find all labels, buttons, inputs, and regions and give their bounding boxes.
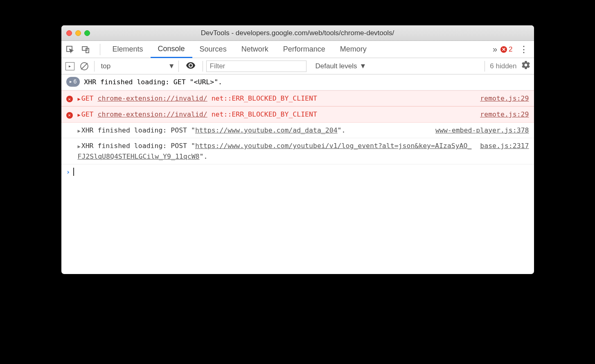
prompt-icon: ›	[66, 168, 70, 176]
console-toolbar: ▸ top ▼ Default levels ▼ 6 hidden	[61, 58, 534, 74]
settings-menu-icon[interactable]: ⋮	[518, 44, 530, 55]
log-prefix: XHR finished loading: POST "	[81, 142, 195, 150]
console-prompt[interactable]: ›	[61, 164, 534, 179]
window-title: DevTools - developers.google.com/web/too…	[61, 29, 534, 37]
dropdown-icon: ▼	[360, 62, 367, 70]
request-url[interactable]: chrome-extension://invalid/	[97, 110, 207, 118]
source-link[interactable]: remote.js:29	[475, 93, 529, 104]
panel-tabs: Elements Console Sources Network Perform…	[105, 41, 374, 58]
source-link[interactable]: base.js:2317	[475, 141, 529, 151]
divider	[485, 61, 485, 72]
log-text: XHR finished loading: GET "<URL>".	[84, 77, 529, 88]
expand-icon[interactable]: ▶	[78, 112, 81, 118]
inspect-element-icon[interactable]	[65, 45, 74, 54]
source-link[interactable]: www-embed-player.js:378	[430, 125, 529, 136]
error-icon: ✕	[66, 96, 73, 102]
close-window-button[interactable]	[66, 30, 72, 36]
log-prefix: XHR finished loading: POST "	[81, 126, 195, 134]
message-count-badge: 6	[66, 77, 80, 87]
sidebar-toggle-icon[interactable]: ▸	[65, 62, 74, 70]
error-icon: ✕	[500, 46, 507, 53]
request-url[interactable]: https://www.youtube.com/ad_data_204	[195, 126, 338, 134]
console-output: 6 XHR finished loading: GET "<URL>". ✕ ▶…	[61, 74, 534, 274]
context-value: top	[101, 62, 111, 70]
console-settings-icon[interactable]	[522, 61, 530, 71]
request-url[interactable]: chrome-extension://invalid/	[97, 94, 207, 102]
error-icon: ✕	[66, 112, 73, 119]
http-method: GET	[81, 94, 94, 102]
log-message[interactable]: base.js:2317 ▶XHR finished loading: POST…	[61, 138, 534, 164]
dropdown-icon: ▼	[168, 62, 175, 70]
tab-memory[interactable]: Memory	[333, 41, 374, 58]
text-cursor	[73, 168, 74, 176]
log-message[interactable]: 6 XHR finished loading: GET "<URL>".	[61, 74, 534, 90]
clear-console-icon[interactable]	[80, 62, 88, 70]
tab-performance[interactable]: Performance	[276, 41, 333, 58]
source-link[interactable]: remote.js:29	[475, 109, 529, 120]
traffic-lights	[66, 30, 90, 36]
tab-console[interactable]: Console	[151, 41, 192, 58]
panel-tabs-bar: Elements Console Sources Network Perform…	[61, 41, 534, 58]
expand-icon[interactable]: ▶	[78, 144, 81, 149]
error-code: net::ERR_BLOCKED_BY_CLIENT	[212, 94, 317, 102]
devtools-window: DevTools - developers.google.com/web/too…	[61, 25, 534, 274]
context-selector[interactable]: top ▼	[98, 61, 179, 72]
levels-label: Default levels	[316, 62, 357, 70]
error-message[interactable]: ✕ ▶GET chrome-extension://invalid/ net::…	[61, 90, 534, 107]
divider	[203, 61, 203, 72]
log-suffix: ".	[338, 126, 346, 134]
error-code: net::ERR_BLOCKED_BY_CLIENT	[212, 110, 317, 118]
expand-icon[interactable]: ▶	[78, 96, 81, 102]
device-toolbar-icon[interactable]	[81, 45, 90, 54]
log-message[interactable]: www-embed-player.js:378 ▶XHR finished lo…	[61, 123, 534, 139]
live-expression-icon[interactable]	[182, 61, 199, 71]
tab-elements[interactable]: Elements	[105, 41, 151, 58]
log-levels-selector[interactable]: Default levels ▼	[310, 62, 372, 70]
error-count-badge[interactable]: ✕ 2	[500, 45, 512, 54]
divider	[100, 44, 100, 55]
http-method: GET	[81, 110, 94, 118]
error-count-value: 2	[509, 45, 512, 54]
tab-sources[interactable]: Sources	[192, 41, 234, 58]
expand-icon[interactable]: ▶	[78, 128, 81, 134]
hidden-count[interactable]: 6 hidden	[490, 62, 516, 70]
error-message[interactable]: ✕ ▶GET chrome-extension://invalid/ net::…	[61, 106, 534, 123]
divider	[94, 61, 95, 72]
log-suffix: ".	[200, 153, 208, 160]
filter-input[interactable]	[206, 61, 307, 72]
titlebar: DevTools - developers.google.com/web/too…	[61, 25, 534, 41]
more-tabs-icon[interactable]: »	[493, 45, 496, 54]
minimize-window-button[interactable]	[75, 30, 81, 36]
maximize-window-button[interactable]	[84, 30, 90, 36]
tab-network[interactable]: Network	[234, 41, 276, 58]
